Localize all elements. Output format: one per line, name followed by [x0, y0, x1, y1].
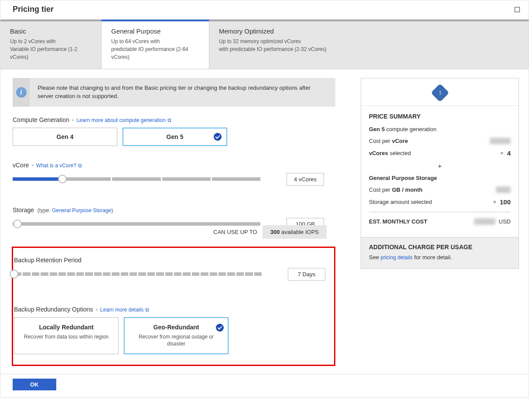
price-summary-panel: ⟟ PRICE SUMMARY Gen 5 compute generation… [361, 78, 519, 269]
tier-tabs: Basic Up to 2 vCores with Variable IO pe… [0, 20, 529, 69]
backup-retention-slider[interactable] [14, 272, 262, 276]
blade-header: Pricing tier [0, 0, 529, 20]
backup-retention-value: 7 Days [288, 268, 325, 281]
page-title: Pricing tier [13, 5, 54, 14]
tier-sub: with predictable IO performance (2-32 vC… [219, 45, 519, 53]
tier-tab-basic[interactable]: Basic Up to 2 vCores with Variable IO pe… [0, 20, 101, 69]
tier-sub: predictable IO performance (2-64 vCores) [111, 45, 199, 61]
redundancy-option-locally-redundant[interactable]: Locally Redundant Recover from data loss… [14, 317, 119, 355]
redacted-price: 00000 [490, 138, 511, 144]
backup-highlight-box: Backup Retention Period 7 Days Backup Re… [12, 247, 335, 366]
tier-title: Memory Optimized [219, 27, 519, 35]
redundancy-option-geo-redundant[interactable]: Geo-Redundant Recover from regional outa… [124, 317, 229, 355]
compute-generation-label: Compute Generation - Learn more about co… [13, 116, 335, 123]
pricing-details-link[interactable]: pricing details [381, 254, 413, 261]
storage-label: Storage (type: General Purpose Storage) [13, 207, 335, 213]
info-notice: i Please note that changing to and from … [13, 78, 335, 107]
info-icon: i [16, 87, 27, 98]
backup-redundancy-label: Backup Redundancy Options - Learn more d… [14, 306, 325, 313]
tier-tab-memory-optimized[interactable]: Memory Optimized Up to 32 memory optimiz… [209, 20, 529, 69]
slider-thumb[interactable] [13, 220, 22, 228]
external-link-icon: ⧉ [78, 163, 82, 169]
database-icon: ⟟ [430, 84, 449, 102]
ok-button[interactable]: OK [13, 379, 56, 390]
vcore-learn-more-link[interactable]: What is a vCore?⧉ [36, 163, 82, 169]
storage-type-link[interactable]: General Purpose Storage [52, 207, 111, 213]
tier-sub: Variable IO performance (1-2 vCores) [10, 45, 92, 61]
maximize-icon[interactable] [515, 7, 520, 12]
redundancy-learn-more-link[interactable]: Learn more details⧉ [100, 307, 149, 313]
tier-sub: Up to 64 vCores with [111, 37, 199, 45]
tier-sub: Up to 2 vCores with [10, 37, 92, 45]
external-link-icon: ⧉ [145, 307, 149, 313]
additional-charge-section: ADDITIONAL CHARGE PER USAGE See pricing … [361, 237, 519, 268]
redacted-price: 00000 [474, 218, 495, 225]
vcore-value: 4 vCores [287, 173, 324, 186]
vcore-label: vCore - What is a vCore?⧉ [13, 162, 335, 169]
redacted-price: 000 [496, 186, 511, 193]
check-icon [216, 324, 224, 332]
vcore-slider[interactable] [13, 177, 260, 181]
compute-option-gen4[interactable]: Gen 4 [13, 128, 117, 146]
backup-retention-label: Backup Retention Period [14, 257, 325, 264]
info-notice-text: Please note that changing to and from th… [30, 78, 335, 107]
slider-thumb[interactable] [58, 175, 67, 183]
check-icon [214, 133, 222, 141]
plus-divider: + [369, 162, 511, 169]
storage-slider[interactable] [13, 222, 260, 226]
tier-sub: Up to 32 memory optimized vCores [219, 37, 519, 45]
iops-indicator: CAN USE UP TO 300 available IOPS [13, 225, 327, 239]
external-link-icon: ⧉ [167, 117, 171, 123]
tier-title: General Purpose [111, 27, 199, 35]
compute-option-gen5[interactable]: Gen 5 [123, 128, 227, 146]
price-summary-title: PRICE SUMMARY [369, 113, 511, 120]
slider-thumb[interactable] [10, 270, 18, 278]
tier-tab-general-purpose[interactable]: General Purpose Up to 64 vCores with pre… [101, 20, 209, 69]
tier-title: Basic [10, 27, 92, 35]
compute-generation-learn-more-link[interactable]: Learn more about compute generation⧉ [76, 117, 171, 123]
